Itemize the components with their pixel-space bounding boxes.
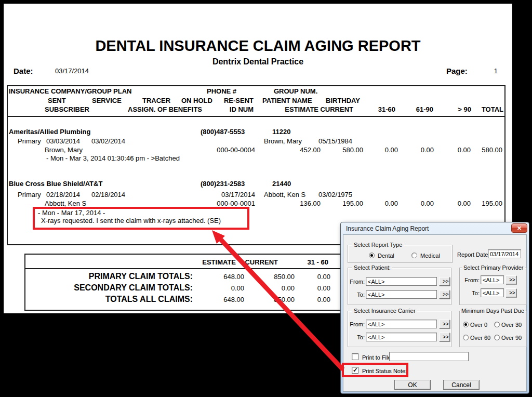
carrier-from-lookup-button[interactable]: >>: [439, 320, 450, 328]
close-icon[interactable]: ✕: [511, 223, 527, 233]
group-select-primary-provider: Select Primary Provider From: >> To: >>: [459, 268, 527, 305]
radio-dental[interactable]: [369, 253, 375, 258]
group-select-report-type: Select Report Type Dental Medical: [348, 245, 453, 263]
ok-button[interactable]: OK: [394, 380, 431, 390]
col-tracer: TRACER: [142, 97, 170, 105]
carrier-to-label: To:: [349, 334, 365, 340]
provider-to-input[interactable]: [481, 288, 504, 297]
totals-row-estimate: 0.00: [192, 285, 244, 293]
col-subscriber: SUBSCRIBER: [45, 106, 89, 114]
claim-total: 195.00: [450, 200, 502, 208]
claim-group-num: 21440: [272, 180, 291, 188]
totals-header-underline: [25, 268, 370, 269]
provider-from-lookup-button[interactable]: >>: [506, 275, 516, 284]
col-group-num: GROUP NUM.: [274, 88, 317, 96]
claim-total: 580.00: [450, 147, 502, 154]
claim-service-date: 02/18/2014: [91, 191, 125, 199]
claim-patient: Brown, Mary: [264, 138, 302, 145]
patient-from-lookup-button[interactable]: >>: [439, 277, 450, 286]
print-to-file-checkbox[interactable]: [352, 353, 358, 360]
carrier-to-lookup-button[interactable]: >>: [439, 333, 450, 341]
radio-over-60-label[interactable]: Over 60: [470, 335, 490, 341]
claim-resent-date: 03/17/2014: [203, 191, 255, 199]
claim-phone: (800)487-5553: [201, 128, 245, 136]
report-page-number: 1: [485, 68, 498, 75]
claim-birthday: 05/15/1984: [318, 138, 352, 145]
provider-from-label: From:: [462, 277, 480, 283]
claim-service-date: 03/02/2014: [91, 138, 125, 145]
radio-over-60[interactable]: [463, 335, 469, 340]
provider-from-input[interactable]: [481, 275, 504, 284]
totals-row-label: PRIMARY CLAIM TOTALS:: [37, 272, 193, 281]
claim-group-num: 11220: [272, 128, 290, 136]
carrier-from-input[interactable]: [366, 320, 437, 328]
col-patient-name: PATIENT NAME: [262, 97, 312, 105]
totals-row-estimate: 648.00: [192, 273, 244, 281]
col-phone: PHONE #: [207, 88, 236, 96]
carrier-to-input[interactable]: [366, 333, 437, 341]
report-title: DENTAL INSURANCE CLAIM AGING REPORT: [4, 37, 512, 55]
radio-medical-label[interactable]: Medical: [420, 253, 440, 259]
claim-subscriber: Brown, Mary: [45, 147, 83, 154]
radio-over-30[interactable]: [494, 322, 500, 327]
totals-row-label: SECONDARY CLAIM TOTALS:: [37, 283, 193, 293]
radio-dental-label[interactable]: Dental: [378, 253, 394, 259]
col-sent: SENT: [48, 97, 66, 105]
patient-to-lookup-button[interactable]: >>: [439, 290, 450, 299]
col-company: INSURANCE COMPANY/GROUP PLAN: [9, 88, 131, 96]
group-select-insurance-carrier: Select Insurance Carrier From: >> To: >>: [348, 311, 451, 347]
claim-birthday: 03/02/1975: [318, 191, 352, 199]
radio-over-90[interactable]: [494, 335, 500, 340]
patient-to-input[interactable]: [366, 290, 437, 299]
provider-to-lookup-button[interactable]: >>: [506, 288, 516, 297]
patient-from-input[interactable]: [366, 277, 437, 286]
patient-to-label: To:: [349, 292, 365, 298]
screenshot-root: { "annotation": { "color": "#ec1c24" }, …: [0, 0, 532, 397]
print-status-notes-highlight-box: [342, 363, 408, 377]
radio-over-30-label[interactable]: Over 30: [501, 322, 522, 328]
provider-to-label: To:: [462, 290, 480, 296]
claim-sent-date: 02/18/2014: [46, 191, 80, 199]
report-date-input[interactable]: [488, 249, 521, 258]
group-select-patient: Select Patient: From: >> To: >>: [348, 268, 451, 305]
report-date-label: Report Date:: [457, 252, 489, 258]
claim-status-note: - Mon - Mar 3, 2014 01:30:46 pm - >Batch…: [46, 155, 180, 163]
col-service: SERVICE: [92, 97, 122, 105]
totals-col-current: CURRENT: [226, 259, 278, 267]
claim-type: Primary: [18, 191, 41, 199]
report-practice-name: Dentrix Dental Practice: [4, 57, 512, 67]
print-to-file-input[interactable]: [389, 352, 469, 361]
report-page-label: Page:: [446, 67, 468, 75]
group-select-primary-provider-label: Select Primary Provider: [462, 264, 525, 271]
claim-phone: (800)231-2583: [201, 180, 245, 188]
print-to-file-label[interactable]: Print to File: [362, 354, 391, 361]
col-total: TOTAL: [451, 106, 503, 114]
status-note-highlight-box: [33, 207, 249, 230]
insurance-claim-aging-dialog: Insurance Claim Aging Report ✕ Select Re…: [340, 222, 529, 394]
totals-row-label: TOTALS ALL CLAIMS:: [37, 295, 193, 304]
group-select-insurance-carrier-label: Select Insurance Carrier: [352, 308, 417, 314]
radio-over-90-label[interactable]: Over 90: [501, 335, 522, 341]
col-id-num: ID NUM: [212, 106, 254, 114]
report-date-label: Date:: [14, 67, 33, 75]
cancel-button[interactable]: Cancel: [443, 380, 480, 390]
claim-type: Primary: [18, 138, 41, 145]
totals-col-31-60: 31 - 60: [276, 259, 328, 267]
carrier-from-label: From:: [349, 321, 365, 327]
claim-company: Blue Cross Blue Shield/AT&T: [9, 180, 102, 188]
dialog-title: Insurance Claim Aging Report: [346, 225, 429, 232]
claims-header-underline: [7, 116, 506, 117]
totals-row-estimate: 648.00: [192, 296, 244, 304]
group-select-report-type-label: Select Report Type: [352, 242, 404, 248]
radio-over-0[interactable]: [463, 322, 469, 327]
radio-medical[interactable]: [411, 253, 417, 258]
patient-from-label: From:: [349, 279, 365, 285]
totals-row-31-60: 0.00: [278, 285, 330, 293]
group-minimum-days-past-due-label: Minimum Days Past Due: [461, 308, 525, 314]
col-assign: ASSIGN. OF BENEFITS: [128, 106, 202, 114]
claim-patient: Abbott, Ken S: [264, 191, 305, 199]
col-birthday: BIRTHDAY: [326, 97, 360, 105]
report-date-value: 03/17/2014: [55, 68, 89, 75]
claim-company: Ameritas/Allied Plumbing: [9, 128, 90, 136]
radio-over-0-label[interactable]: Over 0: [470, 322, 487, 328]
